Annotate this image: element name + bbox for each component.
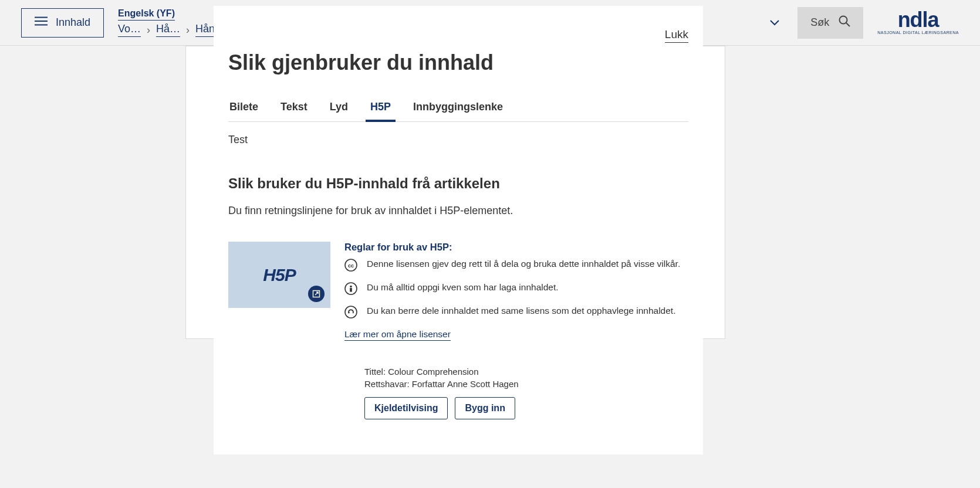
search-button[interactable]: Søk bbox=[797, 7, 863, 39]
chevron-right-icon: › bbox=[186, 24, 190, 36]
svg-rect-10 bbox=[350, 288, 352, 292]
tabs: Bilete Tekst Lyd H5P Innbyggingslenke bbox=[228, 96, 688, 122]
tab-h5p[interactable]: H5P bbox=[369, 96, 392, 121]
hamburger-icon bbox=[35, 16, 48, 29]
content-menu-label: Innhald bbox=[56, 16, 90, 29]
sharealike-icon bbox=[344, 306, 357, 318]
chevron-down-icon[interactable] bbox=[766, 14, 783, 32]
embed-button[interactable]: Bygg inn bbox=[455, 397, 515, 419]
content-menu-button[interactable]: Innhald bbox=[21, 8, 104, 38]
dialog-title: Slik gjenbruker du innhald bbox=[228, 50, 688, 75]
h5p-logo: H5P bbox=[263, 265, 295, 285]
rule-line-sa: Du kan berre dele innhaldet med same lis… bbox=[344, 306, 688, 318]
rule-line-by: Du må alltid oppgi kven som har laga inn… bbox=[344, 282, 688, 295]
close-button[interactable]: Lukk bbox=[665, 28, 688, 43]
section-subheading: Slik bruker du H5P-innhald frå artikkele… bbox=[228, 175, 688, 192]
license-block: H5P Reglar for bruk av H5P: cc Denne lis… bbox=[228, 242, 688, 419]
rule-text: Du kan berre dele innhaldet med same lis… bbox=[367, 306, 675, 316]
svg-point-9 bbox=[350, 286, 352, 288]
metadata: Tittel: Colour Comprehension Rettshavar:… bbox=[364, 367, 688, 389]
rule-text: Denne lisensen gjev deg rett til å dela … bbox=[367, 259, 680, 269]
svg-line-4 bbox=[846, 23, 850, 26]
rules-section: Reglar for bruk av H5P: cc Denne lisense… bbox=[344, 242, 688, 419]
test-label: Test bbox=[228, 134, 688, 146]
rules-heading: Reglar for bruk av H5P: bbox=[344, 242, 688, 253]
rule-text: Du må alltid oppgi kven som har laga inn… bbox=[367, 282, 559, 293]
logo-text: ndla bbox=[898, 11, 939, 29]
svg-point-11 bbox=[345, 306, 357, 318]
tab-innbygging[interactable]: Innbyggingslenke bbox=[412, 96, 504, 121]
meta-title: Tittel: Colour Comprehension bbox=[364, 367, 688, 377]
svg-text:cc: cc bbox=[348, 263, 354, 269]
learn-more-link[interactable]: Lær mer om åpne lisenser bbox=[344, 329, 451, 341]
chevron-right-icon: › bbox=[147, 24, 150, 36]
svg-point-3 bbox=[840, 16, 847, 24]
cc-icon: cc bbox=[344, 259, 357, 272]
open-external-button[interactable] bbox=[308, 286, 325, 302]
logo[interactable]: ndla NASJONAL DIGITAL LÆRINGSARENA bbox=[877, 11, 959, 35]
tab-bilete[interactable]: Bilete bbox=[228, 96, 259, 121]
meta-rights: Rettshavar: Forfattar Anne Scott Hagen bbox=[364, 379, 688, 389]
logo-subtitle: NASJONAL DIGITAL LÆRINGSARENA bbox=[877, 30, 959, 35]
tab-lyd[interactable]: Lyd bbox=[329, 96, 349, 121]
h5p-thumbnail: H5P bbox=[228, 242, 330, 308]
section-description: Du finn retningslinjene for bruk av innh… bbox=[228, 205, 688, 217]
reuse-dialog: Lukk Slik gjenbruker du innhald Bilete T… bbox=[214, 6, 703, 455]
attribution-icon bbox=[344, 282, 357, 295]
rule-line-cc: cc Denne lisensen gjev deg rett til å de… bbox=[344, 259, 688, 272]
search-icon bbox=[839, 15, 850, 30]
action-buttons: Kjeldetilvising Bygg inn bbox=[364, 397, 688, 419]
tab-tekst[interactable]: Tekst bbox=[279, 96, 309, 121]
cite-button[interactable]: Kjeldetilvising bbox=[364, 397, 448, 419]
subject-link[interactable]: Engelsk (YF) bbox=[118, 8, 175, 21]
breadcrumb-item[interactable]: Hå… bbox=[156, 23, 180, 37]
search-label: Søk bbox=[810, 16, 829, 29]
breadcrumb-item[interactable]: Vo… bbox=[118, 23, 141, 37]
